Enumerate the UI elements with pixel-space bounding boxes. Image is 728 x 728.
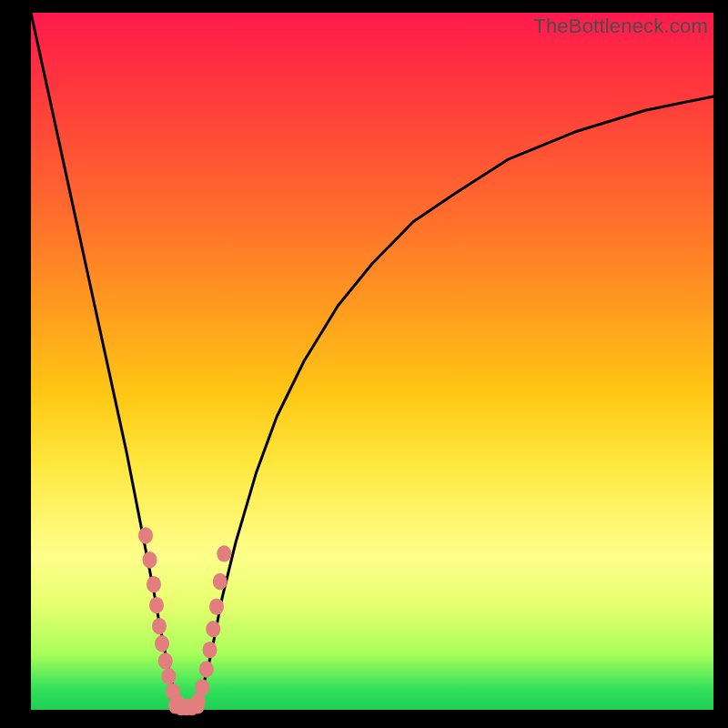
data-marker [203,642,217,658]
data-marker [152,618,167,634]
data-marker [209,598,224,614]
data-marker [149,597,164,613]
chart-frame: TheBottleneck.com [0,0,728,728]
data-marker [199,661,214,677]
data-marker [162,668,177,684]
data-marker [206,621,220,637]
data-marker [195,679,209,695]
data-marker [143,551,157,568]
chart-curves [0,0,728,728]
data-marker [190,697,205,713]
data-marker [158,652,173,669]
data-marker [147,576,161,592]
series-right-arm [195,96,713,707]
data-marker [213,573,228,590]
data-marker [217,545,231,561]
data-marker [155,635,169,652]
data-marker [138,527,153,543]
